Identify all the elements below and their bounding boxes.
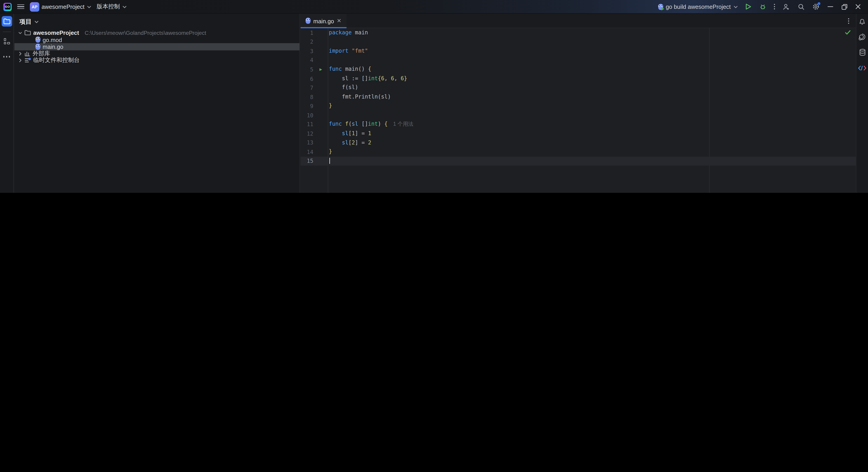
title-bar: GO AP awesomeProject 版本控制 go build aweso… (0, 0, 868, 14)
code-line[interactable]: func main() { (329, 65, 856, 74)
chevron-expanded-icon (18, 31, 22, 34)
settings-notification-dot (817, 2, 820, 5)
code-line[interactable] (329, 156, 856, 166)
tab-close-icon[interactable]: ✕ (337, 18, 342, 24)
tool-structure-button[interactable] (1, 36, 12, 46)
debug-button[interactable] (758, 2, 768, 11)
go-file-icon (306, 18, 311, 24)
editor-options-button[interactable] (847, 17, 850, 25)
chevron-down-icon (734, 5, 738, 8)
close-icon (855, 4, 861, 9)
code-line[interactable]: sl := []int{6, 6, 6} (329, 74, 856, 84)
restore-icon (841, 4, 847, 10)
gutter-line[interactable]: 4 (301, 56, 328, 65)
run-button[interactable] (743, 2, 753, 11)
tree-node-label: 外部库 (33, 50, 50, 57)
code-line[interactable]: import "fmt" (329, 46, 856, 56)
gutter-line[interactable]: 9 (301, 101, 328, 111)
search-icon (798, 3, 805, 10)
ai-assistant-button[interactable] (857, 32, 868, 42)
more-actions-button[interactable] (773, 3, 776, 10)
code-line[interactable]: f(sl) (329, 83, 856, 92)
play-icon (745, 3, 751, 10)
settings-button[interactable] (811, 2, 821, 11)
run-configuration-selector[interactable]: go build awesomeProject (658, 3, 738, 10)
project-panel-title: 项目 (20, 18, 32, 26)
gutter-line[interactable]: 2 (301, 37, 328, 46)
close-button[interactable] (854, 2, 862, 11)
editor-gutter[interactable]: 12345▶6789101112131415 (301, 28, 328, 193)
tree-node-label: 临时文件和控制台 (33, 57, 80, 64)
gutter-line[interactable]: 8 (301, 92, 328, 102)
tool-project-button[interactable] (1, 16, 12, 27)
minimize-icon (828, 6, 833, 7)
gutter-line[interactable]: 10 (301, 111, 328, 120)
editor-code[interactable]: package mainimport "fmt"func main() { sl… (329, 28, 856, 193)
gutter-line[interactable]: 11 (301, 120, 328, 129)
go-run-config-icon (658, 4, 663, 10)
tree-row-root[interactable]: awesomeProject C:\Users\meowr\GolandProj… (14, 29, 300, 36)
editor-tab-bar: main.go ✕ (301, 14, 856, 28)
gutter-line[interactable]: 3 (301, 46, 328, 56)
folder-icon (24, 30, 31, 35)
code-line[interactable]: package main (329, 28, 856, 37)
chevron-down-icon (34, 21, 39, 23)
database-button[interactable] (857, 47, 868, 58)
search-everywhere-button[interactable] (796, 2, 806, 11)
library-icon (24, 51, 31, 56)
gutter-line[interactable]: 1 (301, 28, 328, 37)
project-widget[interactable]: AP awesomeProject (30, 2, 91, 11)
code-line[interactable]: func f(sl []int) {1 个用法 (329, 120, 856, 129)
code-with-me-button[interactable] (781, 2, 791, 11)
project-widget-label: awesomeProject (41, 3, 85, 10)
gutter-line[interactable]: 6 (301, 74, 328, 84)
tree-file-name: go.mod (43, 36, 62, 43)
gutter-line[interactable]: 15 (301, 156, 328, 166)
code-line[interactable]: } (329, 147, 856, 157)
vcs-widget[interactable]: 版本控制 (97, 3, 127, 10)
editor-tab-maingo[interactable]: main.go ✕ (301, 14, 346, 28)
main-menu-button[interactable] (17, 4, 24, 9)
project-tree: awesomeProject C:\Users\meowr\GolandProj… (14, 29, 300, 64)
gutter-line[interactable]: 13 (301, 138, 328, 147)
tree-row-scratches[interactable]: 临时文件和控制台 (14, 57, 300, 64)
minimize-button[interactable] (826, 2, 835, 11)
code-line[interactable]: } (329, 101, 856, 111)
notifications-button[interactable] (857, 16, 868, 27)
chevron-down-icon (122, 5, 127, 8)
gutter-line[interactable]: 5▶ (301, 65, 328, 74)
usages-inlay-hint[interactable]: 1 个用法 (393, 121, 413, 127)
chevron-collapsed-icon (18, 51, 22, 56)
tree-root-path: C:\Users\meowr\GolandProjects\awesomePro… (85, 30, 206, 36)
folder-icon (3, 18, 10, 24)
editor-tab-label: main.go (313, 18, 334, 24)
ai-swirl-icon (859, 33, 866, 40)
project-panel-header[interactable]: 项目 (14, 14, 300, 29)
code-line[interactable]: sl[1] = 1 (329, 129, 856, 138)
database-icon (859, 49, 866, 56)
tree-row-gomod[interactable]: go.mod (14, 36, 300, 43)
tree-row-maingo[interactable]: main.go (14, 43, 300, 50)
gutter-line[interactable]: 14 (301, 147, 328, 157)
editor-area: main.go ✕ 12345▶6789101112131415 package… (301, 14, 856, 193)
more-tool-windows-button[interactable] (1, 52, 12, 62)
code-line[interactable] (329, 56, 856, 65)
restore-button[interactable] (840, 2, 848, 11)
code-line[interactable] (329, 37, 856, 46)
text-caret (329, 158, 330, 164)
gutter-line[interactable]: 7 (301, 83, 328, 92)
code-plugin-button[interactable] (857, 63, 868, 73)
structure-icon (4, 38, 10, 44)
run-gutter-icon[interactable]: ▶ (314, 67, 328, 72)
code-tags-icon (858, 65, 866, 70)
left-tool-strip (0, 14, 14, 193)
tree-row-external-libs[interactable]: 外部库 (14, 50, 300, 57)
code-line[interactable]: fmt.Println(sl) (329, 92, 856, 102)
goland-logo-icon: GO (3, 2, 12, 11)
strip-divider (2, 32, 11, 32)
code-line[interactable] (329, 111, 856, 120)
gutter-line[interactable]: 12 (301, 129, 328, 138)
code-line[interactable]: sl[2] = 2 (329, 138, 856, 147)
inspections-ok-icon[interactable] (845, 30, 851, 35)
code-area[interactable]: 12345▶6789101112131415 package mainimpor… (301, 28, 856, 193)
